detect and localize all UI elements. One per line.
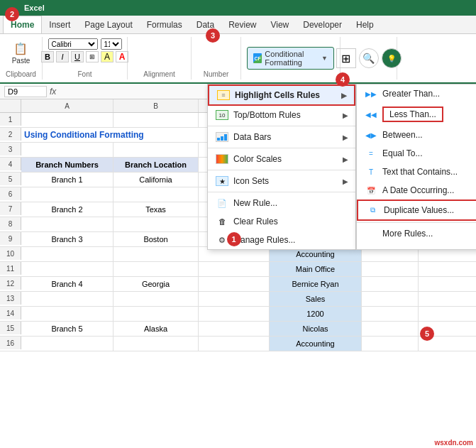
font-color-button[interactable]: A	[116, 51, 128, 62]
branch3-loc-cell[interactable]: Boston	[114, 232, 199, 246]
border-button[interactable]: ⊞	[86, 51, 99, 62]
submenu-panel: ▶▶ Greater Than... ◀◀ Less Than... ◀▶ Be…	[356, 84, 476, 250]
cell[interactable]	[362, 292, 419, 306]
cell[interactable]	[21, 187, 114, 202]
fill-color-button[interactable]: A	[101, 51, 114, 62]
branch5-cell[interactable]: Branch 5	[21, 322, 114, 336]
cell[interactable]	[21, 337, 114, 351]
nicolas-cell[interactable]: Nicolas	[270, 322, 362, 336]
branch2-cell[interactable]: Branch 2	[21, 202, 114, 217]
separator4	[208, 192, 355, 192]
highlight-cells-rules-item[interactable]: ≡ Highlight Cells Rules ▶	[208, 84, 355, 106]
sales-cell[interactable]: Sales	[270, 292, 362, 306]
cell[interactable]	[21, 247, 114, 261]
table-row: 16 Accounting	[0, 337, 476, 351]
top-bottom-icon: 10	[215, 109, 229, 121]
tab-view[interactable]: View	[263, 16, 296, 33]
greater-than-item[interactable]: ▶▶ Greater Than...	[357, 84, 476, 103]
equal-to-item[interactable]: = Equal To...	[357, 144, 476, 163]
cell[interactable]	[114, 337, 199, 351]
italic-button[interactable]: I	[56, 51, 69, 62]
clipboard-label: Clipboard	[6, 70, 36, 78]
mainofc-cell[interactable]: Main Office	[270, 262, 362, 276]
data-bars-item[interactable]: Data Bars ▶	[208, 128, 355, 146]
cell[interactable]	[199, 307, 270, 321]
tab-review[interactable]: Review	[221, 16, 263, 33]
clear-rules-item[interactable]: 🗑 Clear Rules	[208, 212, 355, 231]
font-size-select[interactable]: 11	[101, 38, 122, 50]
cell[interactable]	[114, 113, 199, 127]
text-contains-item[interactable]: T Text that Contains...	[357, 163, 476, 181]
cell[interactable]	[114, 247, 199, 261]
cell[interactable]	[199, 322, 270, 336]
more-rules-item[interactable]: More Rules...	[357, 224, 476, 243]
paste-button[interactable]: 📋 Paste	[9, 38, 33, 66]
underline-button[interactable]: U	[71, 51, 84, 62]
icon-sets-item[interactable]: ★ Icon Sets ▶	[208, 172, 355, 190]
new-rule-item[interactable]: 📄 New Rule...	[208, 194, 355, 212]
tab-help[interactable]: Help	[349, 16, 381, 33]
tab-formulas[interactable]: Formulas	[140, 16, 189, 33]
tab-insert[interactable]: Insert	[42, 16, 77, 33]
cell[interactable]	[199, 262, 270, 276]
branch2-loc-cell[interactable]: Texas	[114, 202, 199, 217]
branch1-cell[interactable]: Branch 1	[21, 173, 114, 187]
manage-rules-label: Manage Rules...	[233, 235, 295, 245]
between-item[interactable]: ◀▶ Between...	[357, 126, 476, 144]
less-than-item[interactable]: ◀◀ Less Than...	[357, 103, 476, 126]
clear-rules-label: Clear Rules	[233, 217, 278, 226]
date-occurring-item[interactable]: 📅 A Date Occurring...	[357, 181, 476, 200]
bold-button[interactable]: B	[41, 51, 54, 62]
cell[interactable]	[362, 262, 419, 276]
cell[interactable]	[21, 307, 114, 321]
bernice-cell[interactable]: Bernice Ryan	[270, 277, 362, 291]
number1200-cell[interactable]: 1200	[270, 307, 362, 321]
accounting2-cell[interactable]: Accounting	[270, 337, 362, 351]
font-family-select[interactable]: Calibri	[48, 38, 98, 50]
conditional-formatting-button[interactable]: CF Conditional Formatting ▼	[247, 47, 334, 70]
greater-than-icon: ▶▶	[364, 88, 378, 99]
search-button[interactable]: 🔍	[359, 48, 379, 68]
cell[interactable]	[114, 187, 199, 202]
tab-pagelayout[interactable]: Page Layout	[77, 16, 139, 33]
row-num: 5	[0, 173, 21, 185]
cell[interactable]	[21, 292, 114, 306]
cell[interactable]	[362, 307, 419, 321]
row-num: 15	[0, 322, 21, 334]
cell[interactable]	[199, 277, 270, 291]
cell[interactable]	[114, 217, 199, 231]
cell[interactable]	[362, 277, 419, 291]
top-bottom-rules-item[interactable]: 10 Top/Bottom Rules ▶	[208, 106, 355, 124]
cell[interactable]	[114, 307, 199, 321]
cell[interactable]	[199, 292, 270, 306]
row-num: 3	[0, 143, 21, 155]
cell[interactable]	[21, 113, 114, 127]
row-num: 6	[0, 187, 21, 200]
ideas-button[interactable]: 💡	[382, 48, 402, 68]
cell[interactable]	[21, 262, 114, 276]
insert-table-button[interactable]: ⊞	[336, 48, 356, 68]
cf-dropdown-arrow: ▼	[321, 55, 328, 62]
cell[interactable]	[362, 337, 419, 351]
cell[interactable]	[199, 337, 270, 351]
cell[interactable]	[21, 143, 114, 157]
clear-rules-icon: 🗑	[215, 216, 229, 227]
cell[interactable]	[21, 217, 114, 231]
separator1	[208, 126, 355, 126]
cf-button-label: Conditional Formatting	[265, 50, 319, 67]
color-scales-item[interactable]: Color Scales ▶	[208, 150, 355, 168]
cell[interactable]	[362, 322, 419, 336]
cell[interactable]	[114, 292, 199, 306]
branch5-loc-cell[interactable]: Alaska	[114, 322, 199, 336]
branch-location-header: Branch Location	[114, 158, 199, 172]
branch3-cell[interactable]: Branch 3	[21, 232, 114, 246]
cell[interactable]	[114, 143, 199, 157]
cell[interactable]	[114, 262, 199, 276]
branch4-loc-cell[interactable]: Georgia	[114, 277, 199, 291]
branch1-loc-cell[interactable]: California	[114, 173, 199, 187]
tab-developer[interactable]: Developer	[296, 16, 349, 33]
name-box[interactable]	[4, 86, 47, 97]
branch4-cell[interactable]: Branch 4	[21, 277, 114, 291]
duplicate-values-item[interactable]: ⧉ Duplicate Values...	[357, 200, 476, 221]
date-occurring-label: A Date Occurring...	[382, 185, 454, 195]
